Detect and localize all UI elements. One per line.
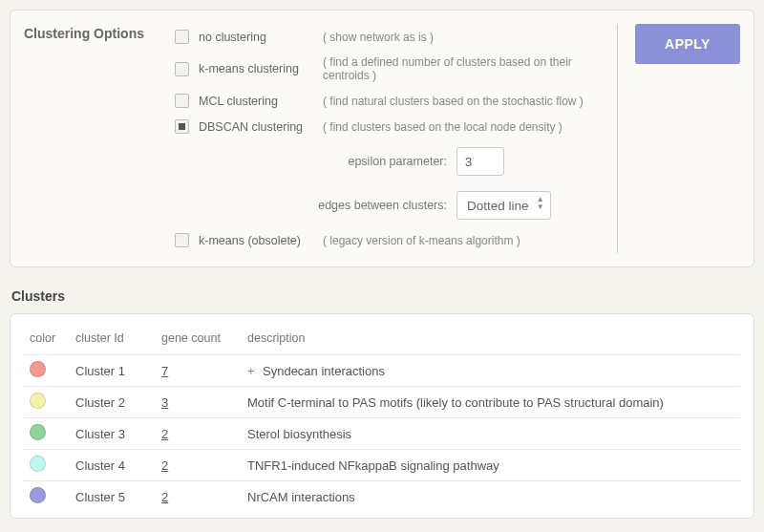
option-kmeans-clustering[interactable]: k-means clustering ( find a defined numb… — [175, 50, 600, 88]
option-label: MCL clustering — [199, 95, 313, 108]
edges-select[interactable]: Dotted line ▲▼ — [456, 191, 551, 220]
color-swatch — [30, 456, 46, 472]
table-row: Cluster 52NrCAM interactions — [24, 481, 740, 513]
description-cell: NrCAM interactions — [242, 481, 740, 513]
clustering-options-panel: Clustering Options no clustering ( show … — [10, 10, 754, 267]
description-text: Syndecan interactions — [263, 364, 385, 378]
option-dbscan-clustering[interactable]: DBSCAN clustering ( find clusters based … — [175, 114, 600, 139]
checkbox-icon[interactable] — [175, 30, 189, 44]
table-row: Cluster 17+Syndecan interactions — [24, 355, 740, 387]
epsilon-input[interactable] — [456, 147, 504, 176]
checkbox-icon[interactable] — [175, 62, 189, 76]
option-mcl-clustering[interactable]: MCL clustering ( find natural clusters b… — [175, 88, 600, 114]
edges-label: edges between clusters: — [318, 199, 447, 212]
description-cell: Motif C-terminal to PAS motifs (likely t… — [242, 387, 740, 418]
col-header-color: color — [24, 324, 70, 355]
gene-count-link[interactable]: 3 — [161, 395, 168, 410]
description-text: Motif C-terminal to PAS motifs (likely t… — [247, 395, 664, 410]
cluster-id-cell: Cluster 2 — [70, 387, 156, 418]
color-swatch — [30, 424, 46, 440]
clusters-panel: color cluster Id gene count description … — [10, 313, 754, 519]
option-label: k-means (obsolete) — [199, 234, 313, 247]
cluster-id-cell: Cluster 4 — [70, 450, 156, 481]
edges-select-value: Dotted line — [467, 199, 529, 213]
epsilon-label: epsilon parameter: — [318, 155, 447, 168]
cluster-id-cell: Cluster 3 — [70, 418, 156, 450]
option-label: k-means clustering — [199, 62, 313, 75]
gene-count-link[interactable]: 2 — [161, 458, 168, 473]
description-cell: TNFR1-induced NFkappaB signaling pathway — [242, 450, 740, 481]
col-header-gene-count: gene count — [156, 324, 242, 355]
checkbox-icon[interactable] — [175, 94, 189, 108]
gene-count-link[interactable]: 2 — [161, 427, 168, 441]
epsilon-parameter-row: epsilon parameter: — [175, 139, 600, 183]
table-row: Cluster 32Sterol biosynthesis — [24, 418, 740, 450]
col-header-description: description — [242, 324, 740, 355]
option-description: ( find a defined number of clusters base… — [323, 55, 600, 82]
option-description: ( find natural clusters based on the sto… — [323, 95, 584, 108]
description-text: NrCAM interactions — [247, 490, 355, 504]
checkbox-icon[interactable] — [175, 233, 189, 247]
checkbox-icon[interactable] — [175, 119, 189, 134]
option-kmeans-obsolete[interactable]: k-means (obsolete) ( legacy version of k… — [175, 227, 600, 253]
description-cell: +Syndecan interactions — [242, 355, 740, 387]
cluster-id-cell: Cluster 1 — [70, 355, 156, 387]
option-label: no clustering — [199, 31, 313, 44]
chevron-updown-icon: ▲▼ — [537, 196, 544, 211]
expand-icon[interactable]: + — [247, 364, 259, 378]
apply-button[interactable]: APPLY — [635, 24, 740, 64]
cluster-id-cell: Cluster 5 — [70, 481, 156, 513]
table-row: Cluster 42TNFR1-induced NFkappaB signali… — [24, 450, 740, 481]
color-swatch — [30, 393, 46, 409]
option-description: ( show network as is ) — [323, 31, 434, 44]
col-header-cluster-id: cluster Id — [70, 324, 156, 355]
edges-between-clusters-row: edges between clusters: Dotted line ▲▼ — [175, 183, 600, 227]
option-description: ( legacy version of k-means algorithm ) — [323, 234, 520, 247]
option-label: DBSCAN clustering — [199, 120, 313, 134]
color-swatch — [30, 487, 46, 503]
clusters-table: color cluster Id gene count description … — [24, 324, 740, 512]
option-description: ( find clusters based on the local node … — [323, 120, 562, 134]
description-text: TNFR1-induced NFkappaB signaling pathway — [247, 458, 499, 473]
clusters-heading: Clusters — [11, 288, 754, 304]
option-no-clustering[interactable]: no clustering ( show network as is ) — [175, 24, 600, 50]
panel-title: Clustering Options — [24, 24, 158, 41]
color-swatch — [30, 361, 46, 377]
description-text: Sterol biosynthesis — [247, 427, 351, 441]
gene-count-link[interactable]: 2 — [161, 490, 168, 504]
table-row: Cluster 23Motif C-terminal to PAS motifs… — [24, 387, 740, 418]
gene-count-link[interactable]: 7 — [161, 364, 168, 378]
description-cell: Sterol biosynthesis — [242, 418, 740, 450]
options-column: no clustering ( show network as is ) k-m… — [175, 24, 618, 253]
